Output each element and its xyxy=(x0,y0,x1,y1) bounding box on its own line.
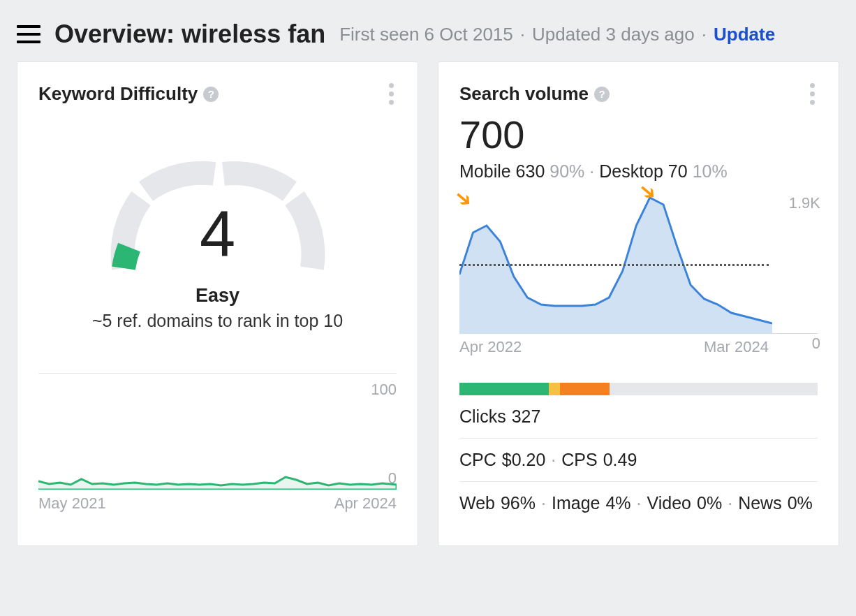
source-breakdown-row: Web 96% · Image 4% · Video 0% · News 0% xyxy=(459,482,818,525)
clicks-label: Clicks xyxy=(459,406,506,427)
last-updated: Updated 3 days ago xyxy=(532,24,695,45)
search-volume-card: Search volume ? 700 Mobile 630 90% · Des… xyxy=(438,61,839,546)
help-icon[interactable]: ? xyxy=(594,87,610,102)
page-title: Overview: wireless fan xyxy=(54,20,325,49)
image-pct: 4% xyxy=(605,493,630,513)
cards-row: Keyword Difficulty ? 4 Easy ~5 ref. do xyxy=(0,61,856,563)
separator-dot: · xyxy=(520,24,525,45)
video-label: Video xyxy=(647,493,692,513)
sv-y-min: 0 xyxy=(812,335,820,353)
device-breakdown: Mobile 630 90% · Desktop 70 10% xyxy=(459,161,818,182)
separator-dot: · xyxy=(551,450,556,470)
card-title: Keyword Difficulty xyxy=(38,83,198,105)
kd-gauge: 4 Easy ~5 ref. domains to rank in top 10 xyxy=(38,129,397,331)
kd-y-max: 100 xyxy=(38,374,397,399)
kd-x-start: May 2021 xyxy=(38,494,106,513)
search-volume-value: 700 xyxy=(459,112,818,157)
separator-dot: · xyxy=(637,493,642,513)
menu-icon[interactable] xyxy=(17,25,40,43)
mobile-value: 630 xyxy=(516,161,545,181)
web-label: Web xyxy=(459,493,495,513)
cpc-cps-row: CPC $0.20 · CPS 0.49 xyxy=(459,439,818,482)
kd-label: Easy xyxy=(195,285,239,307)
desktop-value: 70 xyxy=(668,161,688,181)
news-label: News xyxy=(738,493,782,513)
clicks-distribution-bar xyxy=(459,383,818,395)
kd-score: 4 xyxy=(96,197,340,270)
sv-x-end: Mar 2024 xyxy=(704,338,769,356)
kebab-menu-icon[interactable] xyxy=(807,80,818,108)
news-pct: 0% xyxy=(788,493,813,513)
image-label: Image xyxy=(552,493,600,513)
topbar: Overview: wireless fan First seen 6 Oct … xyxy=(0,0,856,61)
separator-dot: · xyxy=(541,493,546,513)
mobile-label: Mobile xyxy=(459,161,511,181)
cpc-value: $0.20 xyxy=(502,450,546,470)
kd-description: ~5 ref. domains to rank in top 10 xyxy=(92,311,343,331)
card-title: Search volume xyxy=(459,83,589,105)
sv-x-axis: Apr 2022 Mar 2024 xyxy=(459,334,818,356)
video-pct: 0% xyxy=(697,493,722,513)
kd-y-min: 0 xyxy=(388,469,397,487)
reference-line xyxy=(459,264,769,266)
keyword-difficulty-card: Keyword Difficulty ? 4 Easy ~5 ref. do xyxy=(17,61,418,546)
cps-value: 0.49 xyxy=(603,450,637,470)
search-volume-chart: ➔ ➔ 1.9K 0 xyxy=(459,194,818,334)
mobile-pct: 90% xyxy=(549,161,584,181)
first-seen: First seen 6 Oct 2015 xyxy=(339,24,513,45)
clicks-value: 327 xyxy=(512,406,541,427)
separator-dot: · xyxy=(589,161,599,181)
kebab-menu-icon[interactable] xyxy=(386,80,397,108)
sv-y-max: 1.9K xyxy=(789,194,820,212)
desktop-pct: 10% xyxy=(693,161,728,181)
cps-label: CPS xyxy=(561,450,597,470)
separator-dot: · xyxy=(702,24,707,45)
clicks-row: Clicks 327 xyxy=(459,395,818,439)
update-button[interactable]: Update xyxy=(714,24,775,45)
kd-x-end: Apr 2024 xyxy=(334,494,397,513)
separator-dot: · xyxy=(728,493,732,513)
card-header: Keyword Difficulty ? xyxy=(38,80,397,108)
web-pct: 96% xyxy=(501,493,536,513)
card-header: Search volume ? xyxy=(459,80,818,108)
cpc-label: CPC xyxy=(459,450,496,470)
kd-trend-chart: 100 May 2021 Apr 2024 0 xyxy=(38,373,397,513)
desktop-label: Desktop xyxy=(599,161,663,181)
page-meta: First seen 6 Oct 2015 · Updated 3 days a… xyxy=(339,24,775,45)
help-icon[interactable]: ? xyxy=(203,87,219,102)
sv-x-start: Apr 2022 xyxy=(459,338,522,356)
